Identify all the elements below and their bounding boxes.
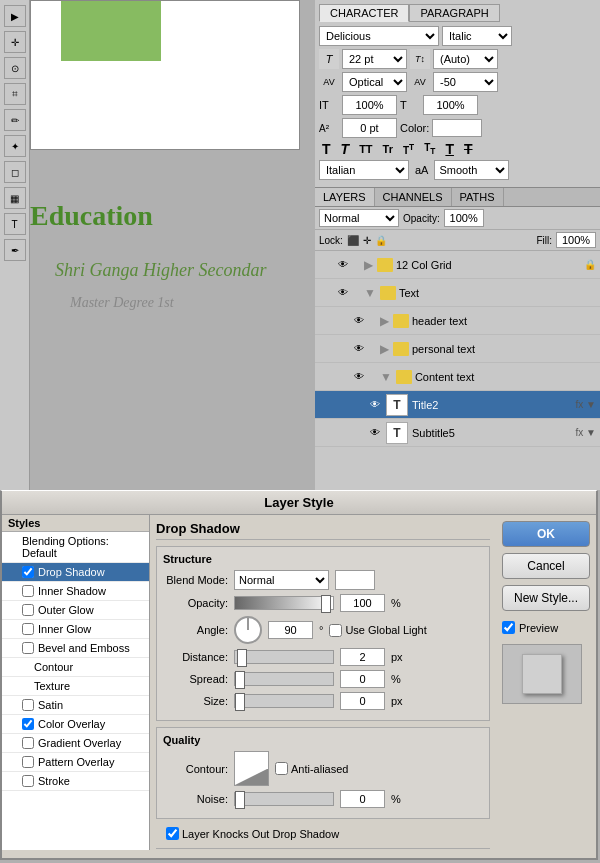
style-item-inner-glow[interactable]: Inner Glow: [2, 620, 149, 639]
new-style-button[interactable]: New Style...: [502, 585, 590, 611]
style-item-contour[interactable]: Contour: [2, 658, 149, 677]
tool-text[interactable]: T: [4, 213, 26, 235]
drop-shadow-checkbox[interactable]: [22, 566, 34, 578]
style-item-stroke[interactable]: Stroke: [2, 772, 149, 791]
layer-item-title2[interactable]: 👁 T Title2 fx ▼: [315, 391, 600, 419]
language-select[interactable]: Italian: [319, 160, 409, 180]
all-caps-btn[interactable]: TT: [356, 143, 375, 155]
bold-btn[interactable]: T: [319, 141, 334, 157]
superscript-btn[interactable]: TT: [400, 142, 417, 156]
inner-glow-checkbox[interactable]: [22, 623, 34, 635]
style-item-color-overlay[interactable]: Color Overlay: [2, 715, 149, 734]
fx-badge[interactable]: fx ▼: [576, 399, 596, 410]
preview-checkbox[interactable]: [502, 621, 515, 634]
subscript-btn[interactable]: TT: [421, 142, 438, 156]
anti-aliased-checkbox[interactable]: [275, 762, 288, 775]
font-size-select[interactable]: 22 pt: [342, 49, 407, 69]
color-overlay-checkbox[interactable]: [22, 718, 34, 730]
opacity-input[interactable]: [444, 209, 484, 227]
tab-character[interactable]: CHARACTER: [319, 4, 409, 22]
tracking-select[interactable]: -50: [433, 72, 498, 92]
layer-visibility-eye[interactable]: 👁: [367, 397, 383, 413]
style-item-blending[interactable]: Blending Options: Default: [2, 532, 149, 563]
layer-expand-arrow[interactable]: ▼: [380, 370, 392, 384]
spread-input[interactable]: [340, 670, 385, 688]
tool-pen[interactable]: ✒: [4, 239, 26, 261]
small-caps-btn[interactable]: Tr: [380, 143, 396, 155]
style-item-bevel[interactable]: Bevel and Emboss: [2, 639, 149, 658]
shadow-color-box[interactable]: [335, 570, 375, 590]
layer-visibility-eye[interactable]: 👁: [335, 257, 351, 273]
noise-input[interactable]: [340, 790, 385, 808]
angle-input[interactable]: [268, 621, 313, 639]
tool-move[interactable]: ✛: [4, 31, 26, 53]
lock-pixel-btn[interactable]: ⬛: [347, 235, 359, 246]
layer-item[interactable]: 👁 ▶ 12 Col Grid 🔒: [315, 251, 600, 279]
opacity-input[interactable]: [340, 594, 385, 612]
kerning-select[interactable]: Optical: [342, 72, 407, 92]
layer-item[interactable]: 👁 ▶ header text: [315, 307, 600, 335]
tab-paragraph[interactable]: PARAGRAPH: [409, 4, 499, 22]
contour-thumbnail[interactable]: [234, 751, 269, 786]
gradient-overlay-checkbox[interactable]: [22, 737, 34, 749]
tool-crop[interactable]: ⌗: [4, 83, 26, 105]
tool-brush[interactable]: ✏: [4, 109, 26, 131]
layer-knocks-checkbox[interactable]: [166, 827, 179, 840]
style-item-inner-shadow[interactable]: Inner Shadow: [2, 582, 149, 601]
stroke-checkbox[interactable]: [22, 775, 34, 787]
layer-visibility-eye[interactable]: 👁: [351, 313, 367, 329]
layer-item[interactable]: 👁 ▼ Text: [315, 279, 600, 307]
distance-input[interactable]: [340, 648, 385, 666]
font-family-select[interactable]: Delicious: [319, 26, 439, 46]
lock-position-btn[interactable]: ✛: [363, 235, 371, 246]
size-slider[interactable]: [234, 694, 334, 708]
fx-badge[interactable]: fx ▼: [576, 427, 596, 438]
layer-expand-arrow[interactable]: ▶: [380, 314, 389, 328]
pattern-overlay-checkbox[interactable]: [22, 756, 34, 768]
tool-arrow[interactable]: ▶: [4, 5, 26, 27]
layer-visibility-eye[interactable]: 👁: [351, 369, 367, 385]
lock-all-btn[interactable]: 🔒: [375, 235, 387, 246]
opacity-slider[interactable]: [234, 596, 334, 610]
layer-expand-arrow[interactable]: ▶: [380, 342, 389, 356]
outer-glow-checkbox[interactable]: [22, 604, 34, 616]
global-light-checkbox[interactable]: [329, 624, 342, 637]
strikethrough-btn[interactable]: T: [461, 141, 476, 157]
style-item-satin[interactable]: Satin: [2, 696, 149, 715]
font-style-select[interactable]: Italic: [442, 26, 512, 46]
tool-eraser[interactable]: ◻: [4, 161, 26, 183]
scale-v-input[interactable]: [423, 95, 478, 115]
scale-h-input[interactable]: [342, 95, 397, 115]
smooth-select[interactable]: Smooth: [434, 160, 509, 180]
angle-dial[interactable]: [234, 616, 262, 644]
style-item-outer-glow[interactable]: Outer Glow: [2, 601, 149, 620]
baseline-input[interactable]: [342, 118, 397, 138]
size-input[interactable]: [340, 692, 385, 710]
style-item-drop-shadow[interactable]: Drop Shadow: [2, 563, 149, 582]
layer-expand-arrow[interactable]: ▼: [364, 286, 376, 300]
blend-mode-select[interactable]: Normal: [234, 570, 329, 590]
tool-gradient[interactable]: ▦: [4, 187, 26, 209]
tab-paths[interactable]: PATHS: [452, 188, 504, 206]
spread-slider[interactable]: [234, 672, 334, 686]
layer-item[interactable]: 👁 ▼ Content text: [315, 363, 600, 391]
blend-mode-select[interactable]: Normal: [319, 209, 399, 227]
layer-visibility-eye[interactable]: 👁: [335, 285, 351, 301]
layer-item-subtitle5[interactable]: 👁 T Subtitle5 fx ▼: [315, 419, 600, 447]
ok-button[interactable]: OK: [502, 521, 590, 547]
bevel-checkbox[interactable]: [22, 642, 34, 654]
italic-btn[interactable]: T: [338, 141, 353, 157]
distance-slider[interactable]: [234, 650, 334, 664]
tool-stamp[interactable]: ✦: [4, 135, 26, 157]
inner-shadow-checkbox[interactable]: [22, 585, 34, 597]
noise-slider[interactable]: [234, 792, 334, 806]
underline-btn[interactable]: T: [442, 141, 457, 157]
style-item-texture[interactable]: Texture: [2, 677, 149, 696]
cancel-button[interactable]: Cancel: [502, 553, 590, 579]
layer-visibility-eye[interactable]: 👁: [367, 425, 383, 441]
tab-channels[interactable]: CHANNELS: [375, 188, 452, 206]
satin-checkbox[interactable]: [22, 699, 34, 711]
fill-input[interactable]: [556, 232, 596, 248]
tool-lasso[interactable]: ⊙: [4, 57, 26, 79]
layer-visibility-eye[interactable]: 👁: [351, 341, 367, 357]
